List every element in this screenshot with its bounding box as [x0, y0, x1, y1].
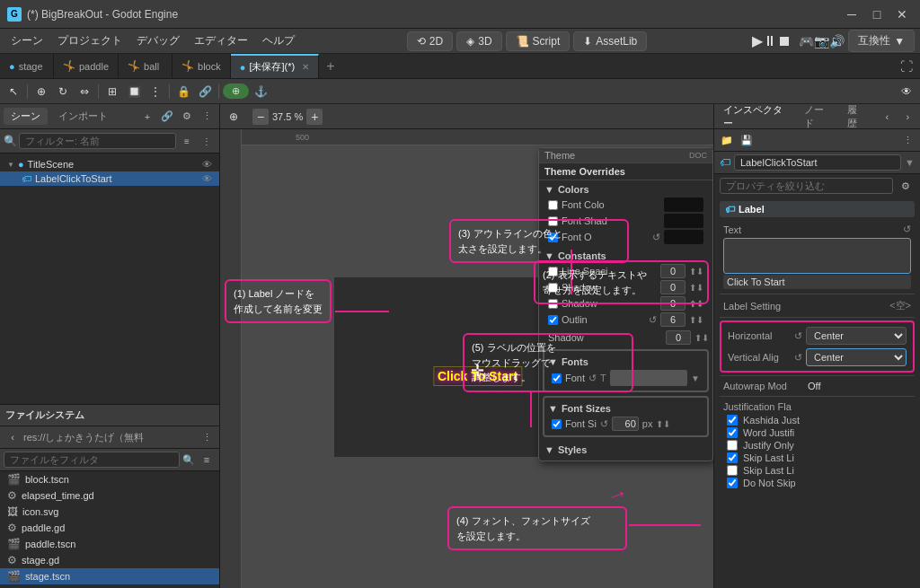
transform-mode-button[interactable]: ⊞ [102, 82, 122, 101]
line-spacing-checkbox[interactable] [548, 267, 558, 276]
tab-ball[interactable]: 🤸 ball [119, 54, 172, 78]
eye-icon[interactable]: 👁 [202, 159, 212, 170]
font-shadow-swatch[interactable] [664, 214, 703, 228]
word-justify-checkbox[interactable] [727, 427, 738, 438]
filter-scene-button[interactable]: ⚙ [178, 108, 196, 126]
menu-help[interactable]: ヘルプ [255, 31, 302, 51]
mode-script-button[interactable]: 📜 Script [506, 31, 571, 51]
list-item[interactable]: 🎵 しょかきうたげ（無料版） [0, 584, 219, 588]
font-color-swatch[interactable] [664, 197, 703, 212]
outline-stepper[interactable]: ⬆⬇ [689, 315, 703, 325]
font-shadow-checkbox[interactable] [548, 216, 558, 226]
outline-reset-icon2[interactable]: ↺ [649, 314, 657, 326]
mode-assetlib-button[interactable]: ⬇ AssetLib [573, 31, 647, 51]
inspector-nav-back[interactable]: ‹ [879, 108, 896, 126]
scale-tool-button[interactable]: ⇔ [75, 82, 94, 101]
list-item[interactable]: 🎬 paddle.tscn [0, 536, 219, 552]
tab-paddle[interactable]: 🤸 paddle [54, 54, 119, 78]
stop-button[interactable]: ⏹ [777, 33, 792, 49]
list-item[interactable]: 🖼 icon.svg [0, 504, 219, 520]
scene-search-input[interactable] [19, 133, 176, 149]
font-reset-icon[interactable]: ↺ [588, 373, 597, 384]
import-tab[interactable]: インポート [51, 108, 115, 125]
node-tab[interactable]: ノード [799, 104, 838, 132]
justify-only-checkbox[interactable] [727, 440, 738, 451]
outline-reset-icon[interactable]: ↺ [652, 232, 660, 243]
tab-block[interactable]: 🤸 block [172, 54, 231, 78]
zoom-in-button[interactable]: + [306, 109, 323, 125]
line-spacing-input[interactable] [660, 264, 686, 278]
select-tool-button[interactable]: ↖ [4, 82, 23, 101]
fs-search-input[interactable] [4, 452, 180, 468]
tree-item-labelclick[interactable]: 🏷 LabelClickToStart 👁 [0, 171, 219, 186]
rotate-tool-button[interactable]: ↻ [53, 82, 73, 101]
skip-last1-checkbox[interactable] [727, 452, 738, 463]
fs-search-icon[interactable]: 🔍 [180, 451, 198, 469]
node-dropdown-icon[interactable]: ▼ [905, 157, 915, 168]
grid-button[interactable]: ⋮ [146, 82, 165, 101]
menu-editor[interactable]: エディター [187, 31, 255, 51]
fs-options-button[interactable]: ⋮ [198, 428, 216, 446]
font-edit-icon[interactable]: T [600, 373, 606, 383]
scene-sort-button[interactable]: ⋮ [198, 132, 216, 150]
text-textarea[interactable] [723, 238, 911, 274]
audio-button[interactable]: 🔊 [829, 34, 845, 48]
font-color-checkbox[interactable] [548, 200, 558, 210]
inspector-add-button[interactable]: 📁 [718, 131, 736, 149]
shadow-extra-stepper[interactable]: ⬆⬇ [694, 333, 709, 343]
shadow-extra-input[interactable] [666, 330, 691, 345]
move-tool-button[interactable]: ⊕ [31, 82, 51, 101]
node-name-display[interactable]: LabelClickToStart [734, 154, 901, 171]
list-item[interactable]: ⚙ elapsed_time.gd [0, 487, 219, 504]
shadow-offset-checkbox[interactable] [548, 283, 558, 293]
shadow-offset-input[interactable] [660, 280, 686, 294]
font-size-input[interactable] [612, 417, 639, 431]
list-item[interactable]: 🎬 block.tscn [0, 471, 219, 487]
snap-button[interactable]: 🔲 [124, 82, 144, 101]
fs-back-button[interactable]: ‹ [4, 428, 22, 446]
font-preview[interactable] [610, 370, 687, 386]
center-view-button[interactable]: ⊕ [224, 107, 243, 127]
play-button[interactable]: ▶ [752, 32, 763, 49]
do-not-skip-checkbox[interactable] [727, 478, 738, 488]
tab-unsaved[interactable]: ● [未保存](*) ✕ [231, 54, 319, 78]
tree-item-titlescene[interactable]: ▼ ● TitleScene 👁 [0, 157, 219, 171]
menu-scene[interactable]: シーン [4, 31, 50, 51]
expand-viewport-button[interactable]: ⛶ [900, 59, 913, 74]
more-options-button[interactable]: ⋮ [198, 108, 216, 126]
horizontal-reset-icon[interactable]: ↺ [794, 330, 802, 342]
outline-color-swatch[interactable] [664, 230, 703, 244]
font-size-reset-icon[interactable]: ↺ [600, 418, 608, 430]
lock-button[interactable]: 🔒 [173, 82, 193, 101]
viewport[interactable]: 500 Click To Start ✛ Theme [220, 129, 713, 588]
close-button[interactable]: ✕ [891, 5, 913, 23]
font-dropdown-icon[interactable]: ▼ [691, 373, 700, 383]
scene-tab[interactable]: シーン [4, 108, 48, 125]
kashida-checkbox[interactable] [727, 415, 738, 426]
fs-filter-icon[interactable]: ≡ [198, 451, 216, 469]
shadow-stepper[interactable]: ⬆⬇ [689, 283, 703, 293]
inspector-more-button[interactable]: ⋮ [898, 131, 916, 149]
inspector-tab[interactable]: インスペクター [718, 104, 795, 132]
menu-debug[interactable]: デバッグ [129, 31, 187, 51]
font-outline-checkbox[interactable] [548, 233, 558, 242]
vertical-reset-icon[interactable]: ↺ [794, 352, 802, 364]
shadow-offset2-input[interactable] [660, 296, 686, 311]
font-size-stepper[interactable]: ⬆⬇ [656, 419, 670, 429]
add-node-button[interactable]: + [138, 108, 156, 126]
tab-close-button[interactable]: ✕ [302, 62, 309, 72]
list-item[interactable]: ⚙ paddle.gd [0, 520, 219, 536]
outline-size-checkbox[interactable] [548, 315, 558, 325]
font-size-checkbox[interactable] [552, 419, 562, 429]
label-eye-icon[interactable]: 👁 [202, 173, 212, 184]
inspector-save-button[interactable]: 💾 [738, 131, 756, 149]
video-adapter-button[interactable]: 📷 [814, 34, 829, 48]
outline-size-input[interactable] [660, 312, 686, 327]
vertical-select[interactable]: Center Top Bottom [806, 348, 907, 366]
remote-debug-button[interactable]: 🎮 [799, 34, 814, 48]
font-checkbox[interactable] [552, 373, 562, 383]
property-filter-input[interactable] [720, 178, 893, 194]
compat-button[interactable]: 互換性▼ [848, 30, 915, 52]
list-item[interactable]: ⚙ stage.gd [0, 552, 219, 568]
history-tab[interactable]: 履歴 [842, 104, 871, 132]
